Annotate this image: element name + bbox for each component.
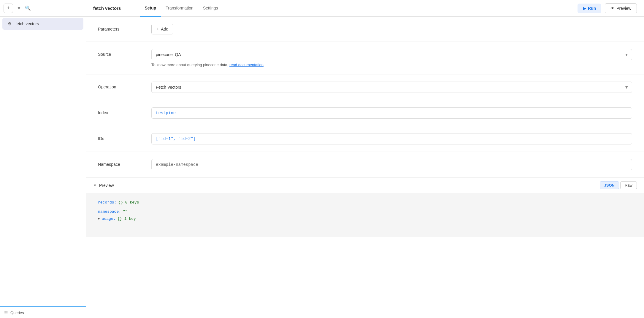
sidebar-bottom[interactable]: ☷ Queries — [0, 306, 86, 318]
operation-row: Operation Fetch Vectors ▼ — [98, 82, 632, 93]
operation-section: Operation Fetch Vectors ▼ — [86, 74, 644, 100]
usage-key: usage: — [102, 215, 116, 222]
ids-input[interactable] — [151, 133, 632, 144]
main-content: ⚙ fetch vectors ☷ Queries Parameters + — [0, 17, 644, 318]
source-hint: To know more about querying pinecone dat… — [151, 63, 632, 67]
usage-value: {} 1 key — [117, 215, 136, 222]
ids-label: IDs — [98, 133, 151, 141]
namespace-row: Namespace — [98, 159, 632, 170]
sidebar-item-label: fetch vectors — [15, 21, 39, 26]
expand-usage-icon[interactable]: ▶ — [98, 216, 100, 222]
top-right-area: fetch vectors Setup Transformation Setti… — [86, 0, 644, 17]
tab-settings[interactable]: Settings — [198, 0, 223, 17]
queries-icon: ☷ — [4, 310, 8, 315]
add-param-button[interactable]: + Add — [151, 24, 173, 34]
raw-view-button[interactable]: Raw — [620, 181, 637, 189]
preview-content: records: {} 0 keys namespace: "" ▶ usage… — [86, 193, 644, 228]
parameters-input-area: + Add — [151, 24, 632, 34]
search-icon[interactable]: 🔍 — [25, 5, 31, 11]
index-section: Index — [86, 100, 644, 126]
namespace-input-area — [151, 159, 632, 170]
panel-title: fetch vectors — [93, 6, 121, 11]
records-line: records: {} 0 keys — [98, 199, 632, 206]
operation-input-area: Fetch Vectors ▼ — [151, 82, 632, 93]
index-row: Index — [98, 107, 632, 119]
index-input[interactable] — [151, 107, 632, 119]
parameters-row: Parameters + Add — [98, 24, 632, 34]
namespace-key: namespace: — [98, 208, 121, 215]
source-section: Source pinecone_QA ▼ To know more about … — [86, 42, 644, 74]
play-icon: ▶ — [583, 6, 586, 11]
read-documentation-link[interactable]: read documentation — [229, 63, 264, 67]
records-key: records: — [98, 199, 116, 206]
run-button[interactable]: ▶ Run — [578, 4, 601, 13]
top-bar: + ▼ 🔍 fetch vectors Setup Transformation… — [0, 0, 644, 17]
index-label: Index — [98, 107, 151, 115]
parameters-label: Parameters — [98, 24, 151, 31]
namespace-section: Namespace — [86, 152, 644, 178]
plus-icon: + — [156, 26, 159, 32]
parameters-section: Parameters + Add — [86, 17, 644, 42]
source-row: Source pinecone_QA ▼ To know more about … — [98, 49, 632, 67]
records-value: {} 0 keys — [118, 199, 139, 206]
queries-label: Queries — [10, 311, 24, 315]
namespace-line: namespace: "" — [98, 208, 632, 215]
source-select[interactable]: pinecone_QA — [151, 49, 632, 60]
tab-setup[interactable]: Setup — [140, 0, 161, 17]
preview-button[interactable]: 👁 Preview — [605, 3, 637, 13]
operation-select-wrapper: Fetch Vectors ▼ — [151, 82, 632, 93]
operation-label: Operation — [98, 82, 151, 89]
preview-toggle[interactable]: ▼ Preview — [93, 183, 114, 188]
preview-header: ▼ Preview JSON Raw — [86, 178, 644, 193]
json-view-button[interactable]: JSON — [600, 181, 619, 189]
eye-icon: 👁 — [610, 6, 615, 11]
preview-view-toggles: JSON Raw — [600, 181, 637, 189]
sidebar-item-fetch-vectors[interactable]: ⚙ fetch vectors — [2, 18, 83, 30]
ids-section: IDs — [86, 126, 644, 152]
namespace-label: Namespace — [98, 159, 151, 167]
tabs: Setup Transformation Settings — [140, 0, 223, 17]
source-label: Source — [98, 49, 151, 57]
namespace-value: "" — [123, 208, 128, 215]
top-left-area: + ▼ 🔍 — [0, 0, 86, 17]
operation-select[interactable]: Fetch Vectors — [151, 82, 632, 93]
ids-row: IDs — [98, 133, 632, 144]
main-panel: Parameters + Add Source — [86, 17, 644, 318]
usage-line: ▶ usage: {} 1 key — [98, 215, 632, 222]
filter-icon[interactable]: ▼ — [17, 6, 21, 11]
tab-transformation[interactable]: Transformation — [161, 0, 198, 17]
form-area: Parameters + Add Source — [86, 17, 644, 318]
index-input-area — [151, 107, 632, 119]
namespace-input[interactable] — [151, 159, 632, 170]
ids-input-area — [151, 133, 632, 144]
gear-icon: ⚙ — [7, 21, 12, 27]
add-button[interactable]: + — [4, 4, 13, 13]
source-input-area: pinecone_QA ▼ To know more about queryin… — [151, 49, 632, 67]
header-actions: ▶ Run 👁 Preview — [578, 3, 637, 13]
sidebar: ⚙ fetch vectors ☷ Queries — [0, 17, 86, 318]
chevron-down-icon-preview: ▼ — [93, 183, 97, 187]
preview-section: ▼ Preview JSON Raw records: {} 0 keys — [86, 178, 644, 237]
source-select-wrapper: pinecone_QA ▼ — [151, 49, 632, 60]
